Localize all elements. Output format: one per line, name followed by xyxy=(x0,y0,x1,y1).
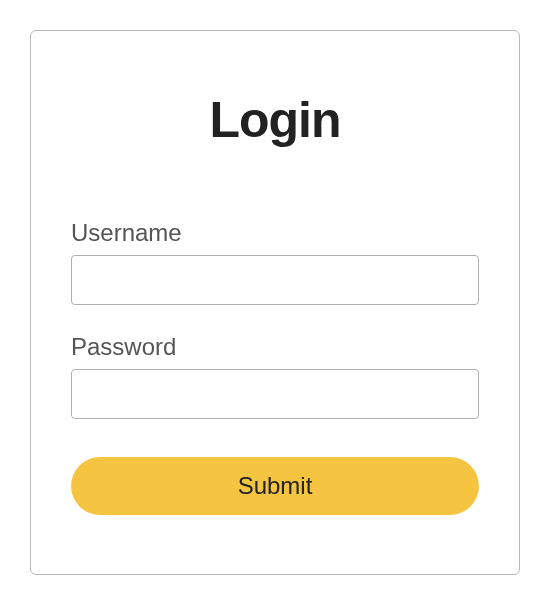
password-field-group: Password xyxy=(71,333,479,419)
password-label: Password xyxy=(71,333,479,361)
submit-button[interactable]: Submit xyxy=(71,457,479,515)
password-input[interactable] xyxy=(71,369,479,419)
username-input[interactable] xyxy=(71,255,479,305)
username-label: Username xyxy=(71,219,479,247)
login-title: Login xyxy=(71,91,479,149)
username-field-group: Username xyxy=(71,219,479,305)
login-card: Login Username Password Submit xyxy=(30,30,520,575)
